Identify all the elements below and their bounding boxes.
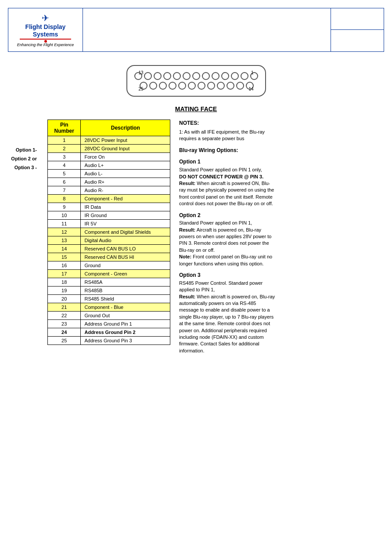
connector-label-25: 25: [139, 87, 144, 91]
option1-bold: DO NOT CONNECT POWER @ PIN 3.: [179, 174, 263, 179]
pin: [169, 82, 176, 90]
table-row: 6Audio R+: [48, 178, 170, 186]
pin: [149, 82, 157, 90]
logo-title-line1: Flight Display: [17, 23, 74, 31]
pin-description-cell: Force On: [81, 153, 170, 161]
table-row: 5Audio L-: [48, 170, 170, 178]
table-row: 12Component and Digital Shields: [48, 228, 170, 236]
table-row: 23Address Ground Pin 1: [48, 320, 170, 328]
table-row: 10IR Ground: [48, 211, 170, 220]
table-row: 17Component - Green: [48, 270, 170, 278]
pin-description-cell: Address Ground Pin 1: [81, 320, 170, 328]
table-row: 7Audio R-: [48, 186, 170, 195]
pin-description-cell: Ground: [81, 261, 170, 270]
option3-label: Option 3 -: [8, 163, 37, 172]
table-row: 20RS485 Shield: [48, 295, 170, 303]
pin-number-cell: 23: [48, 320, 81, 328]
pin-number-cell: 1: [48, 136, 81, 145]
pin: [192, 72, 200, 80]
pin-description-cell: Address Ground Pin 3: [81, 337, 170, 345]
pin-description-cell: Digital Audio: [81, 236, 170, 245]
logo-section: ✈ Flight Display Systems Enhancing the F…: [8, 8, 83, 51]
pin-description-cell: Component - Green: [81, 270, 170, 278]
pin: [236, 82, 244, 90]
pin-description-cell: Audio L-: [81, 170, 170, 178]
connector-row-1: [134, 72, 258, 80]
table-row: 228VDC Ground Input: [48, 145, 170, 153]
pin-number-cell: 5: [48, 170, 81, 178]
pin: [217, 82, 225, 90]
table-row: 13Digital Audio: [48, 236, 170, 245]
option1-label: Option 1-: [8, 146, 37, 155]
connector-shape: 13 1: [126, 65, 266, 97]
pin-number-cell: 14: [48, 245, 81, 253]
connector-section: 13 1: [8, 65, 384, 97]
option1-text: Standard Power applied on PIN 1 only, DO…: [179, 167, 276, 207]
pin-table: PinNumber Description 128VDC Power Input…: [47, 120, 170, 345]
pin-description-cell: RS485A: [81, 278, 170, 287]
pin-description-cell: Component and Digital Shields: [81, 228, 170, 236]
pin-description-cell: 28VDC Power Input: [81, 136, 170, 145]
table-row: 9IR Data: [48, 203, 170, 211]
pin-number-cell: 3: [48, 153, 81, 161]
pin-number-cell: 13: [48, 236, 81, 245]
pin-number-cell: 2: [48, 145, 81, 153]
table-row: 25Address Ground Pin 3: [48, 337, 170, 345]
table-notes-wrapper: Option 1- Option 2 or Option 3 - PinNumb…: [8, 120, 384, 354]
pin-description-cell: Reserved CAN BUS LO: [81, 245, 170, 253]
pin: [227, 82, 234, 90]
table-row: 14Reserved CAN BUS LO: [48, 245, 170, 253]
pin: [212, 72, 219, 80]
header-middle: [83, 8, 331, 51]
logo-line: [20, 39, 71, 40]
pin: [207, 82, 215, 90]
connector-label-14: 14: [248, 87, 253, 91]
pin-description-cell: IR Data: [81, 203, 170, 211]
pin-number-cell: 9: [48, 203, 81, 211]
logo-box: ✈ Flight Display Systems Enhancing the F…: [17, 13, 74, 47]
connector-label-1: 1: [251, 70, 254, 75]
pin-number-cell: 21: [48, 303, 81, 312]
notes-section: NOTES: 1: As with all IFE equipment, the…: [179, 120, 276, 354]
pin-description-cell: RS485 Shield: [81, 295, 170, 303]
col-description: Description: [81, 120, 170, 136]
table-row: 16Ground: [48, 261, 170, 270]
option2-text: Standard Power applied on PIN 1, Result:…: [179, 220, 276, 267]
pin-number-cell: 24: [48, 328, 81, 337]
header: ✈ Flight Display Systems Enhancing the F…: [8, 8, 384, 52]
table-row: 21Component - Blue: [48, 303, 170, 312]
notes-title: NOTES:: [179, 120, 276, 127]
option2-title: Option 2: [179, 212, 276, 219]
pin-number-cell: 20: [48, 295, 81, 303]
pin-number-cell: 8: [48, 195, 81, 203]
table-row: 3Force On: [48, 153, 170, 161]
pin-description-cell: Reserved CAN BUS HI: [81, 253, 170, 261]
pin: [163, 72, 171, 80]
bluray-wiring-title: Blu-ray Wiring Options:: [179, 147, 276, 154]
option1-title: Option 1: [179, 158, 276, 166]
pin-number-cell: 4: [48, 161, 81, 170]
option3-title: Option 3: [179, 272, 276, 279]
pin-number-cell: 7: [48, 186, 81, 195]
pin-number-cell: 11: [48, 220, 81, 228]
pin-number-cell: 19: [48, 287, 81, 295]
option2-note-label: Note:: [179, 254, 191, 259]
table-row: 4Audio L+: [48, 161, 170, 170]
table-row: 15Reserved CAN BUS HI: [48, 253, 170, 261]
pin-number-cell: 16: [48, 261, 81, 270]
pin: [178, 82, 186, 90]
option3-text: RS485 Power Control. Standard power appl…: [179, 280, 276, 354]
pin-number-cell: 22: [48, 312, 81, 320]
pin-number-cell: 15: [48, 253, 81, 261]
mating-face-title: MATING FACE: [8, 105, 384, 112]
pin: [198, 82, 205, 90]
table-row: 22Ground Out: [48, 312, 170, 320]
pin-description-cell: IR Ground: [81, 211, 170, 220]
pin: [231, 72, 239, 80]
pin-description-cell: Component - Red: [81, 195, 170, 203]
connector-row-2: [134, 82, 258, 90]
pin-description-cell: Audio R-: [81, 186, 170, 195]
col-pin-number: PinNumber: [48, 120, 81, 136]
table-row: 128VDC Power Input: [48, 136, 170, 145]
connector-wrapper: 13 1: [126, 65, 266, 97]
